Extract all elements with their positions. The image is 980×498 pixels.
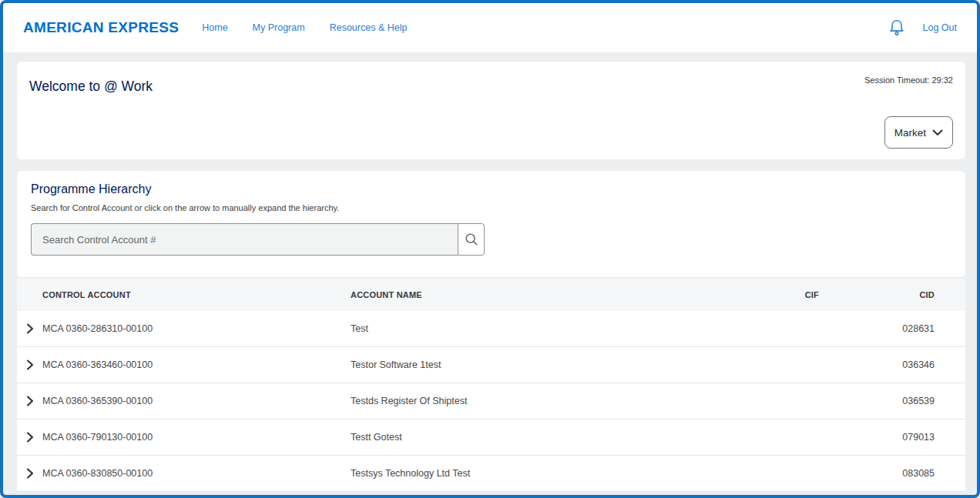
topbar-right: Log Out bbox=[888, 18, 957, 38]
nav-item-my-program[interactable]: My Program bbox=[253, 22, 305, 33]
session-timeout-label: Session Timeout: 29:32 bbox=[864, 75, 953, 85]
search-icon bbox=[464, 232, 479, 247]
control-account-cell: MCA 0360-363460-00100 bbox=[42, 359, 351, 370]
account-name-cell: Testds Register Of Shiptest bbox=[351, 396, 742, 406]
table-row: MCA 0360-790130-00100 Testt Gotest 07901… bbox=[17, 419, 965, 456]
chevron-down-icon bbox=[932, 129, 943, 136]
control-account-cell: MCA 0360-365390-00100 bbox=[42, 396, 351, 406]
control-account-cell: MCA 0360-286310-00100 bbox=[42, 323, 351, 334]
table-row: MCA 0360-365390-00100 Testds Register Of… bbox=[17, 383, 965, 419]
cid-cell: 036539 bbox=[819, 396, 935, 406]
column-header-cif: CIF bbox=[742, 290, 819, 299]
account-name-cell: Testt Gotest bbox=[351, 432, 742, 443]
page-content: Welcome to @ Work Session Timeout: 29:32… bbox=[3, 52, 977, 495]
account-name-cell: Testor Software 1test bbox=[351, 359, 742, 370]
control-account-cell: MCA 0360-830850-00100 bbox=[42, 468, 351, 479]
table-row: MCA 0360-830850-00100 Testsys Technology… bbox=[17, 456, 965, 492]
table-row: MCA 0360-286310-00100 Test 028631 bbox=[17, 311, 965, 347]
chevron-right-icon[interactable] bbox=[17, 456, 42, 491]
cid-cell: 036346 bbox=[819, 359, 935, 370]
account-name-cell: Testsys Technology Ltd Test bbox=[351, 468, 742, 479]
nav-item-home[interactable]: Home bbox=[202, 22, 227, 33]
control-account-table: CONTROL ACCOUNT ACCOUNT NAME CIF CID MCA… bbox=[17, 279, 965, 492]
programme-hierarchy-title: Programme Hierarchy bbox=[31, 182, 951, 196]
search-button[interactable] bbox=[458, 223, 485, 256]
column-header-account-name: ACCOUNT NAME bbox=[351, 290, 742, 299]
column-header-cid: CID bbox=[819, 290, 935, 299]
programme-hierarchy-subtitle: Search for Control Account or click on t… bbox=[31, 203, 951, 212]
search-bar bbox=[31, 223, 951, 256]
chevron-right-icon[interactable] bbox=[17, 383, 42, 419]
cid-cell: 083085 bbox=[819, 468, 935, 479]
log-out-button[interactable]: Log Out bbox=[923, 22, 957, 33]
market-dropdown-label: Market bbox=[894, 127, 926, 139]
chevron-right-icon[interactable] bbox=[17, 419, 42, 455]
bell-icon[interactable] bbox=[888, 18, 906, 38]
programme-hierarchy-card: Programme Hierarchy Search for Control A… bbox=[17, 171, 965, 277]
table-row: MCA 0360-363460-00100 Testor Software 1t… bbox=[17, 347, 965, 383]
column-header-control-account: CONTROL ACCOUNT bbox=[42, 290, 351, 299]
chevron-right-icon[interactable] bbox=[17, 347, 42, 383]
top-navigation-bar: AMERICAN EXPRESS Home My Program Resourc… bbox=[3, 3, 977, 52]
page-title: Welcome to @ Work bbox=[29, 75, 153, 149]
table-header-row: CONTROL ACCOUNT ACCOUNT NAME CIF CID bbox=[17, 279, 965, 311]
search-control-account-input[interactable] bbox=[31, 223, 458, 256]
main-nav: Home My Program Resources & Help bbox=[202, 22, 407, 33]
cid-cell: 079013 bbox=[819, 432, 935, 443]
control-account-cell: MCA 0360-790130-00100 bbox=[42, 432, 351, 443]
account-name-cell: Test bbox=[351, 323, 742, 334]
amex-logo[interactable]: AMERICAN EXPRESS bbox=[23, 19, 179, 36]
nav-item-resources-help[interactable]: Resources & Help bbox=[330, 22, 408, 33]
market-dropdown[interactable]: Market bbox=[884, 116, 953, 149]
welcome-card: Welcome to @ Work Session Timeout: 29:32… bbox=[17, 62, 965, 159]
chevron-right-icon[interactable] bbox=[17, 311, 42, 346]
cid-cell: 028631 bbox=[819, 323, 935, 334]
